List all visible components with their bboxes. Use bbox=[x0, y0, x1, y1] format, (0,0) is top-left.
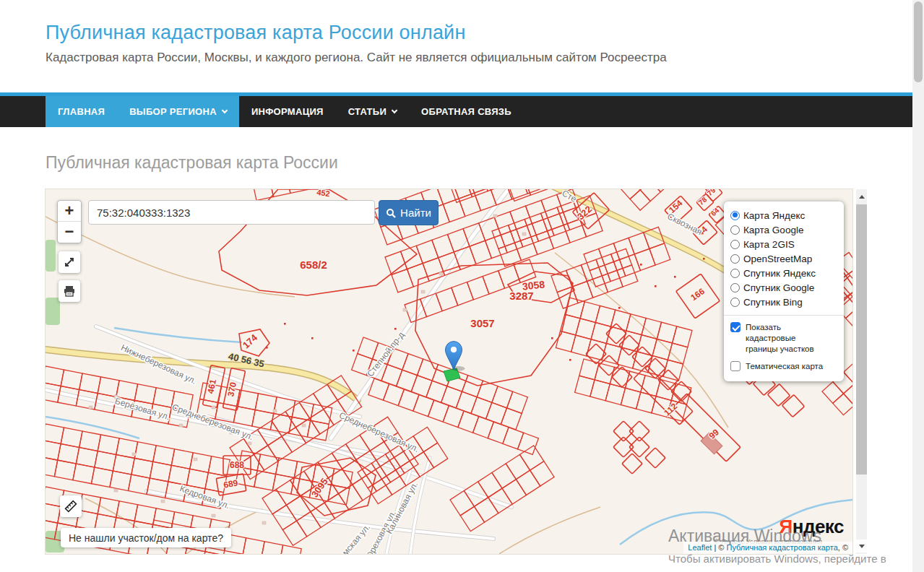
nav-item-label: ОБРАТНАЯ СВЯЗЬ bbox=[421, 106, 511, 117]
base-layer-label: Карта 2GIS bbox=[743, 239, 795, 250]
parcel-label: 3095 bbox=[309, 476, 330, 499]
radio-button[interactable] bbox=[730, 240, 740, 249]
overlay-list: Показать кадастровые границы участковТем… bbox=[730, 322, 838, 372]
radio-button[interactable] bbox=[730, 225, 740, 235]
search-button-label: Найти bbox=[400, 207, 431, 219]
base-layer-label: Спутник Яндекс bbox=[743, 268, 816, 279]
radio-button[interactable] bbox=[730, 269, 740, 278]
parcel-label: 174 bbox=[241, 332, 260, 350]
base-layer-label: Карта Яндекс bbox=[743, 210, 805, 221]
main-nav: ГЛАВНАЯВЫБОР РЕГИОНАИНФОРМАЦИЯСТАТЬИОБРА… bbox=[0, 92, 912, 127]
search-button[interactable]: Найти bbox=[379, 200, 439, 225]
base-layer-option[interactable]: Карта 2GIS bbox=[730, 237, 838, 251]
radio-button[interactable] bbox=[730, 298, 740, 307]
expand-icon bbox=[63, 256, 76, 269]
nav-item-выбор-региона[interactable]: ВЫБОР РЕГИОНА bbox=[117, 96, 239, 127]
base-layer-label: Карта Google bbox=[743, 225, 803, 235]
map-container[interactable]: 658/245232873058305732215479786444166174… bbox=[46, 189, 852, 554]
radio-button[interactable] bbox=[730, 211, 740, 220]
overlay-label: Показать кадастровые границы участков bbox=[746, 322, 829, 355]
parcel-label: 688 bbox=[230, 460, 244, 470]
parcel-label: 370 bbox=[225, 381, 238, 398]
nav-item-label: ГЛАВНАЯ bbox=[58, 106, 105, 117]
map-marker-icon[interactable] bbox=[446, 342, 465, 371]
parcel-label: 689 bbox=[223, 477, 238, 490]
parcel-label: 452 bbox=[316, 189, 331, 198]
radio-button[interactable] bbox=[730, 283, 740, 292]
nav-item-label: ВЫБОР РЕГИОНА bbox=[129, 106, 217, 117]
ruler-icon bbox=[64, 499, 78, 514]
yandex-logo-ya: Я bbox=[780, 516, 793, 537]
chevron-down-icon bbox=[392, 107, 397, 113]
base-layer-option[interactable]: Спутник Яндекс bbox=[730, 266, 838, 280]
print-button[interactable] bbox=[59, 280, 80, 302]
zoom-out-button[interactable]: − bbox=[58, 222, 81, 243]
printer-icon bbox=[63, 285, 76, 298]
panel-separator bbox=[724, 315, 844, 316]
parcel-label: 166 bbox=[688, 286, 707, 303]
base-layer-option[interactable]: Карта Google bbox=[730, 222, 838, 237]
base-layer-label: Спутник Bing bbox=[743, 297, 803, 308]
nav-item-статьи[interactable]: СТАТЬИ bbox=[336, 96, 409, 127]
map-scrollbar[interactable] bbox=[856, 189, 867, 554]
search-icon bbox=[386, 208, 396, 218]
search-input[interactable] bbox=[88, 200, 375, 225]
parcel-label: 3057 bbox=[470, 317, 494, 329]
page-root: Публичная кадастровая карта России онлай… bbox=[0, 0, 912, 173]
chevron-down-icon bbox=[222, 107, 228, 113]
site-subtitle: Кадастровая карта России, Москвы, и кажд… bbox=[46, 51, 912, 65]
radio-button[interactable] bbox=[730, 254, 740, 264]
pkk-link[interactable]: Публичная кадастровая карта bbox=[727, 543, 838, 552]
base-layer-option[interactable]: Карта Яндекс bbox=[730, 208, 838, 222]
attribution-suffix: , © bbox=[838, 543, 848, 552]
map-scrollbar-thumb[interactable] bbox=[856, 204, 867, 474]
leaflet-link[interactable]: Leaflet bbox=[688, 543, 712, 552]
base-layer-list: Карта ЯндексКарта GoogleКарта 2GISOpenSt… bbox=[730, 208, 838, 309]
zoom-in-button[interactable]: + bbox=[58, 201, 81, 222]
layer-panel: Карта ЯндексКарта GoogleКарта 2GISOpenSt… bbox=[724, 202, 844, 381]
nav-item-label: ИНФОРМАЦИЯ bbox=[251, 106, 324, 117]
page-scrollbar-thumb[interactable] bbox=[914, 1, 923, 82]
nav-item-главная[interactable]: ГЛАВНАЯ bbox=[46, 96, 117, 127]
checkbox[interactable] bbox=[730, 361, 741, 371]
checkbox[interactable] bbox=[730, 322, 741, 332]
page-scrollbar[interactable] bbox=[912, 0, 924, 572]
nav-item-label: СТАТЬИ bbox=[348, 106, 387, 117]
street-label: Сте bbox=[561, 189, 579, 204]
fullscreen-button[interactable] bbox=[59, 251, 80, 273]
site-title: Публичная кадастровая карта России онлай… bbox=[46, 22, 912, 44]
base-layer-option[interactable]: Спутник Google bbox=[730, 280, 838, 295]
parcel-label: 658/2 bbox=[300, 259, 327, 271]
base-layer-option[interactable]: Спутник Bing bbox=[730, 295, 838, 309]
parcel-label: 64 bbox=[709, 206, 721, 217]
parcel-label: 3058 bbox=[522, 278, 545, 292]
site-header: Публичная кадастровая карта России онлай… bbox=[0, 0, 912, 92]
nav-item-обратная-связь[interactable]: ОБРАТНАЯ СВЯЗЬ bbox=[409, 96, 524, 127]
yandex-logo[interactable]: Яндекс bbox=[780, 516, 845, 538]
search-bar: Найти bbox=[88, 200, 439, 225]
page-title: Публичная кадастровая карта России bbox=[46, 153, 912, 173]
base-layer-label: OpenStreetMap bbox=[743, 254, 812, 264]
scroll-down-arrow[interactable] bbox=[856, 540, 867, 552]
not-found-button[interactable]: Не нашли участок/дом на карте? bbox=[61, 528, 231, 547]
measure-button[interactable] bbox=[60, 495, 82, 517]
base-layer-label: Спутник Google bbox=[743, 282, 814, 293]
scroll-up-arrow[interactable] bbox=[856, 189, 867, 204]
overlay-option[interactable]: Тематическая карта bbox=[730, 361, 838, 372]
overlay-option[interactable]: Показать кадастровые границы участков bbox=[730, 322, 838, 355]
map-attribution: Leaflet | © Публичная кадастровая карта,… bbox=[683, 542, 852, 554]
street-label: Степной пр-д bbox=[365, 330, 406, 378]
street-label: Берёзовая ул. bbox=[113, 396, 170, 422]
yandex-logo-rest: ндекс bbox=[793, 516, 844, 537]
base-layer-option[interactable]: OpenStreetMap bbox=[730, 251, 838, 266]
parcel-label: 461 bbox=[205, 378, 218, 395]
watermark-body: Чтобы активировать Windows, перейдите вр… bbox=[668, 551, 886, 572]
nav-item-информация[interactable]: ИНФОРМАЦИЯ bbox=[239, 96, 336, 127]
attribution-mid: | © bbox=[712, 543, 726, 552]
zoom-control: + − bbox=[57, 200, 82, 243]
overlay-label: Тематическая карта bbox=[746, 361, 829, 372]
